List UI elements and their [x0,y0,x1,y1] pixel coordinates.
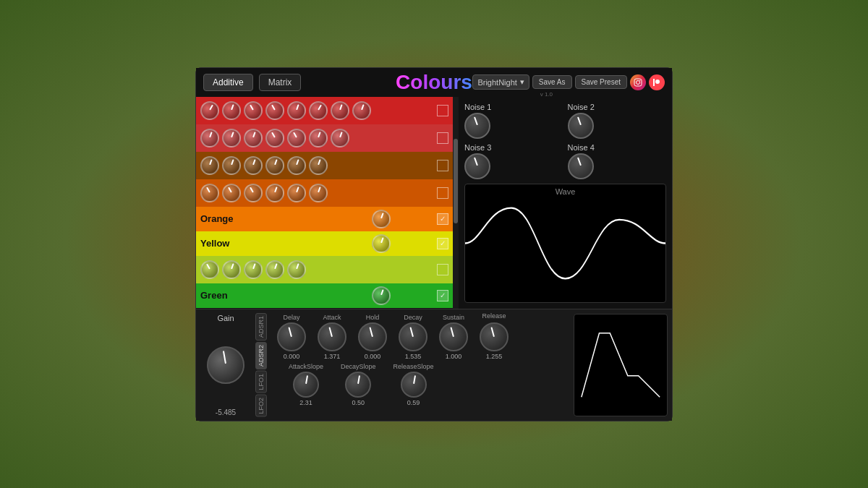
scrollbar-thumb[interactable] [454,139,458,223]
row1-knob1[interactable] [200,101,219,120]
decay-slope-value: 0.50 [352,399,365,406]
svg-rect-4 [653,79,655,86]
row2-knob7[interactable] [331,129,349,147]
row7-knob2[interactable] [222,260,241,279]
main-content: Orange ✓ Yellow ✓ [196,97,672,309]
decay-slope-knob[interactable] [345,372,371,398]
hold-value: 0.000 [365,353,381,360]
row2-knob4[interactable] [265,129,284,147]
row4-knob4[interactable] [265,184,284,202]
adsr-visual [574,314,668,416]
lfo2-tab[interactable]: LFO2 [255,395,267,417]
green-checkbox[interactable]: ✓ [437,290,448,301]
orange-knob[interactable] [372,210,391,228]
noise2-knob[interactable] [568,113,594,139]
row2-knob1[interactable] [200,129,219,147]
svg-point-2 [639,80,641,81]
row7-checkbox[interactable] [437,264,448,275]
svg-point-3 [655,80,660,84]
row4-checkbox[interactable] [437,187,448,199]
green-knob[interactable] [372,286,391,305]
attack-value: 1.371 [324,353,341,360]
row1-knob5[interactable] [287,101,306,120]
row4-knob6[interactable] [309,184,328,202]
row7-knob4[interactable] [265,260,284,279]
hold-knob[interactable] [358,322,387,351]
noise4-knob[interactable] [568,153,594,179]
row3-checkbox[interactable] [437,160,448,171]
row3-knob3[interactable] [244,156,263,175]
decay-knob[interactable] [399,322,427,351]
decay-group: Decay 1.535 [399,314,427,360]
version-label: v 1.0 [540,91,553,98]
row2-knob5[interactable] [287,129,306,147]
row3-knob1[interactable] [200,156,219,175]
noise4-item: Noise 4 [568,143,667,179]
svg-rect-0 [634,79,642,86]
lfo1-tab[interactable]: LFO1 [255,371,267,393]
yellow-knob[interactable] [372,234,391,253]
noise3-knob[interactable] [464,153,490,179]
preset-dropdown[interactable]: BrightNight ▾ [472,74,529,90]
row4-knob3[interactable] [244,184,263,202]
row1-knob2[interactable] [222,101,241,120]
wave-label: Wave [556,187,576,196]
attack-slope-knob[interactable] [293,372,319,398]
row3-knob4[interactable] [265,156,284,175]
adsr-envelope-svg [574,314,667,416]
instagram-icon[interactable] [630,74,646,90]
row1-knob4[interactable] [265,101,284,120]
row1-knob8[interactable] [352,101,371,120]
release-group: Release 1.255 [480,322,509,360]
wave-svg [465,184,665,302]
noise1-knob[interactable] [464,113,490,139]
release-knob[interactable] [480,322,509,351]
row4-knob1[interactable] [200,184,219,202]
row1-checkbox[interactable] [437,105,448,116]
row1-knob6[interactable] [309,101,328,120]
row2-knob6[interactable] [309,129,328,147]
sustain-knob[interactable] [439,322,468,351]
gain-knob[interactable] [207,346,244,384]
row2-knob2[interactable] [222,129,241,147]
tab-matrix[interactable]: Matrix [259,74,302,91]
attack-knob[interactable] [318,322,346,351]
right-panel: Noise 1 Noise 2 Noise 3 Noise 4 W [459,97,672,309]
decay-value: 1.535 [405,353,422,360]
row4-knob2[interactable] [222,184,241,202]
row3-knob6[interactable] [309,156,328,175]
save-as-button[interactable]: Save As [532,75,572,89]
svg-point-1 [637,80,640,84]
row7-knob1[interactable] [200,260,219,279]
row1-knob7[interactable] [331,101,349,120]
tab-additive[interactable]: Additive [203,74,253,91]
scrollbar-track[interactable] [453,97,459,309]
delay-knob[interactable] [277,322,306,351]
row1-knob3[interactable] [244,101,263,120]
row4-knob5[interactable] [287,184,306,202]
hold-label: Hold [366,314,380,321]
save-preset-button[interactable]: Save Preset [575,75,627,89]
green-row-label: Green [200,290,372,301]
noise4-label: Noise 4 [568,143,595,152]
delay-group: Delay 0.000 [277,314,306,360]
adsr2-tab[interactable]: ADSR2 [255,342,267,369]
noise3-item: Noise 3 [464,143,563,179]
color-row-orange: Orange ✓ [196,207,453,231]
orange-checkbox[interactable]: ✓ [437,213,448,225]
release-slope-knob[interactable] [401,372,427,398]
adsr1-tab[interactable]: ADSR1 [255,313,267,341]
row2-checkbox[interactable] [437,132,448,144]
yellow-checkbox[interactable]: ✓ [437,238,448,249]
row7-knob5[interactable] [287,260,306,279]
row3-knob5[interactable] [287,156,306,175]
patreon-icon[interactable] [649,74,665,90]
row7-knob3[interactable] [244,260,263,279]
row2-knob3[interactable] [244,129,263,147]
color-row-2 [196,124,453,152]
row3-knob2[interactable] [222,156,241,175]
noise3-label: Noise 3 [464,143,491,152]
attack-slope-group: AttackSlope 2.31 [289,363,323,406]
noise-section: Noise 1 Noise 2 Noise 3 Noise 4 [464,103,666,179]
yellow-row-label: Yellow [200,238,372,249]
